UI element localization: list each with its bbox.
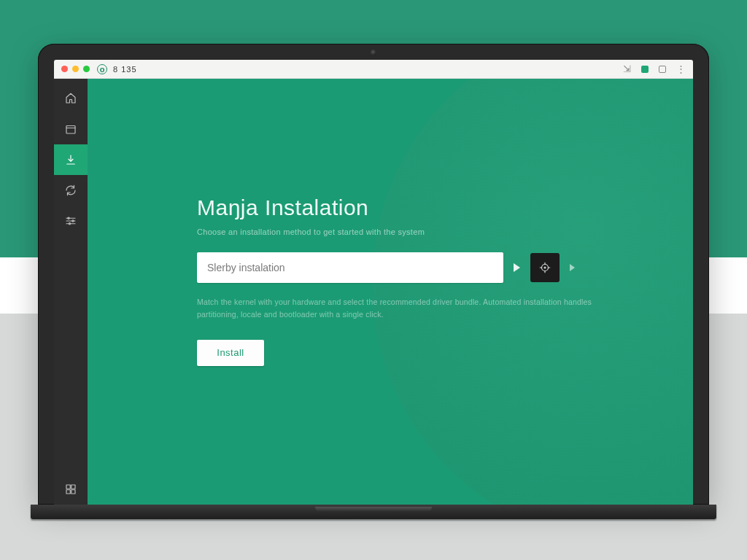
titlebar-actions: ⇲ ⋮: [623, 63, 686, 74]
webcam-icon: [371, 50, 376, 55]
sidebar-item-settings[interactable]: [54, 206, 88, 236]
maximize-icon[interactable]: [83, 66, 90, 72]
install-button[interactable]: Install: [197, 340, 264, 366]
svg-rect-0: [66, 126, 75, 134]
next-icon[interactable]: [570, 264, 575, 271]
package-icon: [64, 122, 77, 136]
target-button[interactable]: [530, 253, 560, 282]
titlebar-action-3[interactable]: [659, 66, 666, 73]
sidebar: [54, 79, 88, 505]
search-placeholder-text: Slerby instalation: [207, 262, 285, 273]
page-description: Match the kernel with your hardware and …: [197, 296, 605, 321]
titlebar-indicator: 8 135: [113, 65, 137, 74]
target-icon: [538, 261, 551, 274]
sidebar-item-home[interactable]: [54, 83, 88, 114]
sidebar-item-install[interactable]: [54, 144, 88, 175]
grid-icon: [64, 483, 77, 496]
page-subtitle: Choose an installation method to get sta…: [197, 228, 642, 236]
page-title: Maŋja Instalation: [197, 195, 642, 220]
close-icon[interactable]: [61, 66, 68, 72]
svg-rect-5: [71, 485, 75, 489]
laptop-frame: o 8 135 ⇲ ⋮: [38, 44, 709, 519]
brand-mark-icon: o: [97, 64, 107, 74]
svg-rect-6: [66, 490, 70, 494]
home-icon: [64, 92, 77, 105]
play-icon[interactable]: [514, 263, 520, 272]
svg-rect-4: [66, 485, 70, 489]
sidebar-item-misc[interactable]: [54, 474, 88, 505]
main-panel: Maŋja Instalation Choose an installation…: [88, 79, 693, 505]
titlebar-action-1[interactable]: ⇲: [623, 63, 631, 74]
search-input[interactable]: Slerby instalation: [197, 252, 503, 283]
app-body: Maŋja Instalation Choose an installation…: [54, 79, 693, 505]
titlebar-menu-icon[interactable]: ⋮: [676, 63, 686, 74]
laptop-hinge: [31, 505, 716, 519]
search-row: Slerby instalation: [197, 252, 642, 283]
sliders-icon: [64, 214, 77, 228]
refresh-icon: [64, 184, 77, 197]
svg-point-9: [544, 267, 546, 268]
download-icon: [64, 153, 77, 166]
titlebar-action-2[interactable]: [641, 66, 649, 73]
laptop-bezel: o 8 135 ⇲ ⋮: [38, 44, 709, 505]
minimize-icon[interactable]: [72, 66, 79, 72]
screen: o 8 135 ⇲ ⋮: [54, 60, 693, 505]
svg-rect-7: [71, 490, 75, 494]
hero-content: Maŋja Instalation Choose an installation…: [197, 195, 642, 366]
sidebar-item-updates[interactable]: [54, 175, 88, 206]
window-titlebar: o 8 135 ⇲ ⋮: [54, 60, 693, 79]
sidebar-item-package[interactable]: [54, 114, 88, 144]
window-controls[interactable]: [61, 66, 90, 72]
svg-point-8: [542, 265, 549, 271]
